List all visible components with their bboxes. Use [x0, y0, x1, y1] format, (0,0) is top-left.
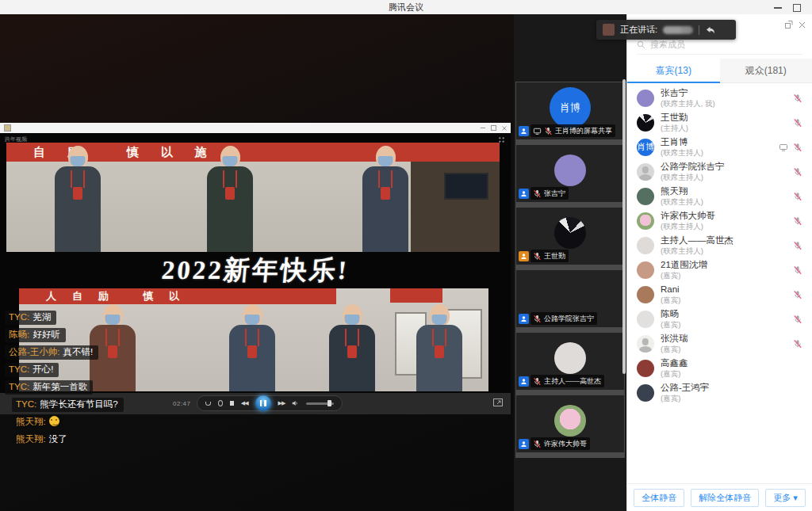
volume-icon[interactable]: [292, 399, 298, 407]
participant-video-tile[interactable]: 肖博 王肖博的屏幕共享: [516, 82, 624, 139]
member-row[interactable]: 主持人——高世杰 (联席主持人): [627, 233, 812, 257]
member-row[interactable]: 张洪瑞 (嘉宾): [627, 331, 812, 356]
member-avatar: [637, 237, 654, 254]
rewind-button[interactable]: ◀◀: [241, 400, 248, 406]
chat-message: TYC:开心!: [5, 363, 59, 377]
tile-label-row: 主持人——高世杰: [519, 375, 604, 387]
tile-name-label: 王世勤: [530, 250, 569, 262]
member-row[interactable]: 许家伟大帅哥 (联席主持人): [627, 208, 812, 233]
volume-knob[interactable]: [327, 400, 331, 406]
participant-video-tile[interactable]: 张吉宁: [516, 145, 624, 202]
participant-video-tile[interactable]: 主持人——高世杰: [516, 333, 624, 390]
chat-message: TYC:新年第一首歌: [5, 380, 93, 395]
footer-button[interactable]: 解除全体静音: [691, 489, 759, 507]
participant-name: 公路学院张吉宁: [544, 314, 594, 324]
member-avatar: [637, 384, 654, 402]
reply-arrow-icon[interactable]: [705, 25, 715, 35]
muted-mic-icon[interactable]: [793, 290, 802, 299]
chat-sender: TYC:: [9, 312, 29, 322]
member-avatar: [637, 114, 654, 132]
search-icon: [637, 40, 645, 49]
tv-screen: [444, 173, 488, 200]
member-name: 熊天翔: [661, 186, 703, 197]
muted-mic-icon[interactable]: [793, 143, 802, 152]
member-avatar: [637, 311, 654, 328]
close-icon[interactable]: [799, 21, 806, 29]
video-minimize-icon[interactable]: [481, 128, 485, 128]
muted-mic-icon[interactable]: [793, 315, 802, 324]
footer-button[interactable]: 全体静音: [634, 489, 684, 507]
muted-mic-icon[interactable]: [793, 241, 802, 250]
member-row[interactable]: 熊天翔 (联席主持人): [627, 184, 812, 208]
chat-text: 新年第一首歌: [33, 382, 87, 391]
member-row[interactable]: 公路-王鸿宇 (嘉宾): [627, 380, 812, 405]
loop-icon[interactable]: [205, 402, 211, 406]
member-list: 张吉宁 (联席主持人, 我) 王世勤 (主持人): [627, 83, 812, 483]
stop-button[interactable]: [230, 401, 234, 406]
divider: [699, 25, 699, 35]
muted-mic-icon[interactable]: [793, 192, 802, 201]
member-row[interactable]: 肖博 王肖博 (联席主持人): [627, 135, 812, 159]
chat-overlay: TYC:芜湖 陈旸:好好听 公路-王小帅:真不错! TYC:开心! TYC:新年…: [5, 311, 124, 447]
muted-mic-icon: [533, 189, 542, 198]
muted-mic-icon[interactable]: [793, 265, 802, 275]
video-file-icon: [4, 124, 11, 132]
participant-video-tile[interactable]: 许家伟大帅哥: [516, 395, 624, 452]
person-figure: [205, 146, 255, 252]
volume-slider[interactable]: [306, 402, 334, 405]
red-banner-bottom: 人自励 慎以: [19, 288, 336, 304]
member-row[interactable]: 公路学院张吉宁 (联席主持人): [627, 159, 812, 184]
chat-text: 好好听: [33, 330, 60, 339]
participant-video-tile[interactable]: 公路学院张吉宁: [516, 270, 624, 327]
participant-video-tile[interactable]: 王世勤: [516, 208, 624, 265]
fast-forward-button[interactable]: ▶▶: [278, 400, 285, 406]
member-avatar: [637, 360, 654, 377]
member-name: 高鑫鑫: [661, 358, 688, 369]
tab[interactable]: 观众(181): [720, 59, 812, 82]
participant-avatar: [554, 342, 586, 374]
member-row[interactable]: Rani (嘉宾): [627, 282, 812, 307]
bookshelf: [411, 162, 500, 252]
video-maximize-icon[interactable]: [491, 125, 496, 131]
fullscreen-icon[interactable]: [493, 399, 503, 406]
chat-sender: TYC:: [9, 382, 29, 391]
scrollbar[interactable]: [622, 79, 626, 374]
video-close-icon[interactable]: [502, 126, 507, 131]
muted-mic-icon[interactable]: [793, 93, 802, 103]
tencent-meeting-window: 腾讯会议 跨年视频 自励 慎以施: [0, 0, 812, 511]
pause-button[interactable]: [255, 395, 271, 411]
muted-mic-icon: [544, 127, 553, 135]
muted-mic-icon[interactable]: [793, 118, 802, 128]
member-row[interactable]: 王世勤 (主持人): [627, 110, 812, 135]
tile-name-label: 主持人——高世杰: [530, 375, 604, 387]
minimize-icon[interactable]: [774, 7, 782, 9]
chat-text: 开心!: [33, 364, 53, 374]
member-role: (嘉宾): [661, 271, 707, 280]
playback-time: 02:47: [173, 400, 191, 407]
tab[interactable]: 嘉宾(13): [627, 59, 720, 82]
person-figure: [414, 304, 465, 391]
layout-grid-icon[interactable]: [498, 136, 505, 143]
member-row[interactable]: 陈旸 (嘉宾): [627, 307, 812, 331]
muted-mic-icon[interactable]: [793, 216, 802, 226]
muted-mic-icon[interactable]: [793, 167, 802, 177]
person-figure: [52, 146, 103, 252]
member-name: 王肖博: [661, 137, 703, 148]
member-row[interactable]: 张吉宁 (联席主持人, 我): [627, 86, 812, 110]
member-panel: 搜索成员 嘉宾(13)观众(181) 张吉宁 (联席主持人, 我): [626, 14, 812, 511]
muted-mic-icon: [533, 377, 542, 386]
popout-icon[interactable]: [785, 21, 793, 29]
member-row[interactable]: 高鑫鑫 (嘉宾): [627, 356, 812, 380]
participant-avatar: [554, 217, 586, 249]
member-row[interactable]: 21道围沈增 (嘉宾): [627, 257, 812, 282]
member-role-icon: [519, 189, 529, 199]
maximize-icon[interactable]: [793, 4, 801, 12]
timer-icon[interactable]: [218, 400, 224, 406]
chat-message: TYC:芜湖: [5, 311, 56, 325]
member-role: (联席主持人): [661, 222, 715, 231]
footer-button[interactable]: 更多 ▾: [765, 489, 806, 507]
chat-message: 熊天翔:: [12, 415, 65, 429]
muted-mic-icon[interactable]: [793, 339, 802, 349]
participant-name: 主持人——高世杰: [544, 376, 601, 387]
chat-sender: 陈旸:: [9, 330, 29, 339]
